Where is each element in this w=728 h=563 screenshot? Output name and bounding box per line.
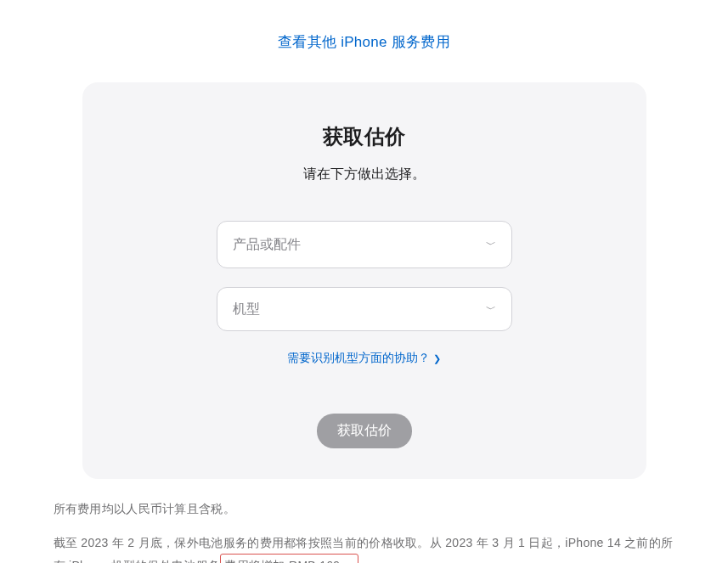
card-subtitle: 请在下方做出选择。 bbox=[116, 166, 612, 183]
card-title: 获取估价 bbox=[116, 123, 612, 150]
product-select[interactable]: 产品或配件 ﹀ bbox=[217, 221, 512, 268]
model-select-placeholder: 机型 bbox=[233, 301, 260, 318]
help-link-text: 需要识别机型方面的协助？ bbox=[287, 351, 430, 364]
price-increase-highlight: 费用将增加 RMB 169。 bbox=[220, 554, 358, 563]
footer-line-1: 所有费用均以人民币计算且含税。 bbox=[54, 499, 675, 520]
identify-model-help-link[interactable]: 需要识别机型方面的协助？❯ bbox=[287, 351, 441, 364]
model-select-wrapper: 机型 ﹀ bbox=[217, 287, 512, 331]
estimate-card: 获取估价 请在下方做出选择。 产品或配件 ﹀ 机型 ﹀ 需要识别机型方面的协助？… bbox=[82, 82, 646, 479]
footer-notes: 所有费用均以人民币计算且含税。 截至 2023 年 2 月底，保外电池服务的费用… bbox=[42, 499, 687, 563]
footer-line-2: 截至 2023 年 2 月底，保外电池服务的费用都将按照当前的价格收取。从 20… bbox=[54, 533, 675, 563]
product-select-wrapper: 产品或配件 ﹀ bbox=[217, 221, 512, 268]
chevron-down-icon: ﹀ bbox=[486, 238, 496, 252]
help-link-container: 需要识别机型方面的协助？❯ bbox=[116, 350, 612, 366]
product-select-placeholder: 产品或配件 bbox=[233, 236, 301, 254]
chevron-down-icon: ﹀ bbox=[486, 302, 496, 317]
view-other-services-link[interactable]: 查看其他 iPhone 服务费用 bbox=[278, 34, 450, 50]
chevron-right-icon: ❯ bbox=[433, 353, 441, 363]
get-estimate-button[interactable]: 获取估价 bbox=[317, 414, 412, 448]
top-link-container: 查看其他 iPhone 服务费用 bbox=[0, 32, 728, 52]
model-select[interactable]: 机型 ﹀ bbox=[217, 287, 512, 331]
footer-line-2-prefix: 截至 2023 年 2 月底，保外电池服务的费用都将按照当前的价格收取。从 20… bbox=[54, 536, 674, 563]
